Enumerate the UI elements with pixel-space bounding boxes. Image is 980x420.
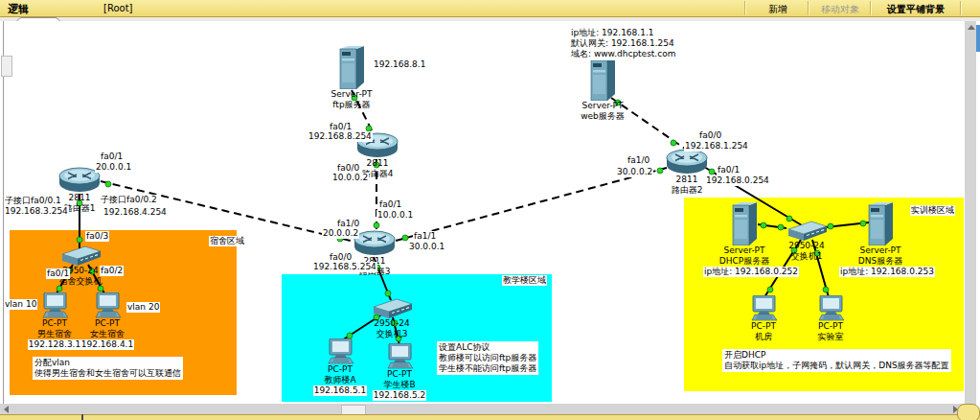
vlan-label: vlan 20 (126, 302, 160, 313)
port-ip-label: 30.0.0.2 (616, 167, 653, 177)
device-model-label: Server-PT (561, 101, 644, 111)
router-icon (666, 149, 708, 175)
note-line: 设置ALC协议 (439, 342, 536, 353)
device-name-label: 路由器2 (646, 185, 728, 196)
device-pc-girls[interactable]: PC-PT 女生宿舍 192.168.4.1 (66, 292, 148, 350)
device-model-label: Server-PT (310, 89, 393, 100)
device-switch3[interactable]: 2950-24 交换机3 (351, 298, 433, 339)
switch-icon (61, 245, 101, 266)
note-training: 开启DHCP 自动获取ip地址，子网掩码，默认网关，DNS服务器等配置 (722, 349, 951, 372)
port-label: fa1/0 (627, 155, 650, 166)
web-server-infobox: ip地址: 192.168.1.1 默认网关: 192.168.1.254 域名… (569, 27, 677, 60)
switch-icon (373, 298, 412, 318)
bottom-toolbar-divider (81, 414, 83, 420)
note-line: 学生楼不能访问ftp服务器 (439, 363, 536, 374)
region-title-dorm: 宿舍区域 (209, 236, 245, 246)
device-model-label: Server-PT (703, 245, 786, 256)
port-ip-label: 192.168.5.254 (312, 262, 377, 272)
device-name-label: 学生楼B (358, 380, 441, 390)
toolbar-separator (870, 1, 872, 15)
region-title-teaching: 教学楼区域 (502, 275, 547, 286)
bottom-toolbar-knob[interactable] (957, 404, 980, 420)
device-name-label: 实验室 (789, 332, 872, 342)
device-name-label: ftp服务器 (310, 100, 393, 110)
note-dorm: 分配vlan 使得男生宿舍和女生宿舍可以互联通信 (33, 357, 183, 380)
ip-label-dhcp: ip地址: 192.168.0.252 (703, 267, 799, 277)
router-icon (353, 230, 396, 256)
horizontal-scrollbar[interactable] (0, 404, 965, 414)
device-model-label: PC-PT (358, 369, 441, 380)
pc-icon (94, 292, 122, 318)
device-name-label: DHCP服务器 (703, 256, 786, 267)
port-label: fa0/1 (100, 152, 124, 162)
device-pc-lab[interactable]: PC-PT 实验室 (789, 295, 872, 342)
device-model-label: 2950-24 (351, 318, 433, 329)
topology-canvas[interactable]: Server-PT ftp服务器 192.168.8.1 ip地址: 192.1… (3, 21, 966, 404)
port-ip-label: 30.0.0.1 (408, 242, 445, 252)
packet-tracer-logical-workspace: 逻辑 [Root] 新增 移动对象 设置平铺背景 (0, 0, 980, 420)
device-model-label: PC-PT (66, 318, 148, 329)
port-label: fa0/3 (85, 231, 109, 242)
port-label: fa0/1 (46, 268, 70, 279)
port-label: 子接口fa0/0.2 (100, 195, 158, 205)
info-line: ip地址: 192.168.1.1 (571, 28, 675, 38)
scroll-left-icon[interactable] (4, 406, 9, 413)
port-label: fa0/1 (378, 199, 402, 210)
note-line: 开启DHCP (724, 350, 949, 361)
server-icon (732, 202, 758, 245)
port-ip-label: 192.168.1.254 (684, 141, 749, 152)
workspace-titlebar: 逻辑 [Root] 新增 移动对象 设置平铺背景 (0, 0, 980, 17)
toolbar-separator (808, 1, 809, 15)
switch-icon (787, 221, 827, 241)
info-line: 默认网关: 192.168.1.254 (571, 38, 675, 49)
new-cluster-button[interactable]: 新增 (749, 3, 807, 16)
move-object-button[interactable]: 移动对象 (810, 3, 870, 16)
ip-label-pc-girls: 192.168.4.1 (80, 339, 134, 350)
ip-label-ftp: 192.168.8.1 (373, 59, 426, 70)
port-ip-label: 20.0.0.2 (322, 228, 359, 239)
scroll-up-icon[interactable] (968, 25, 975, 30)
set-tiled-background-button[interactable]: 设置平铺背景 (873, 3, 959, 16)
port-label: fa0/0 (698, 130, 722, 141)
device-pc-student[interactable]: PC-PT 学生楼B 192.168.5.2 (358, 343, 441, 401)
server-icon (868, 202, 894, 245)
device-name-label: web服务器 (561, 111, 644, 122)
info-line: 域名: www.dhcptest.com (571, 49, 675, 59)
port-ip-label: 20.0.0.1 (95, 162, 132, 173)
toolbar-separator (744, 1, 746, 15)
toolbar-separator (960, 1, 962, 15)
device-dhcp-server[interactable]: Server-PT DHCP服务器 ip地址: 192.168.0.252 (703, 202, 786, 277)
vlan-label: vlan 10 (4, 299, 37, 310)
port-ip-label: 192.168.4.254 (103, 207, 168, 218)
port-label: fa0/1 (717, 165, 741, 175)
port-ip-label: 10.0.0.1 (376, 210, 414, 221)
device-model-label: Server-PT (839, 245, 922, 256)
region-title-training: 实训楼区域 (910, 205, 955, 216)
bottom-toolbar-edge (0, 414, 980, 420)
link-router3-router2[interactable] (396, 168, 667, 241)
device-ftp-server[interactable]: Server-PT ftp服务器 (310, 46, 393, 110)
pc-icon (817, 295, 845, 321)
port-ip-label: 192.168.8.254 (308, 131, 373, 142)
port-label: 子接口fa0/0.1 (4, 196, 62, 206)
device-name-label: DNS服务器 (839, 256, 922, 267)
port-label: fa0/2 (100, 266, 124, 276)
pc-icon (41, 292, 69, 318)
side-panel-edge (976, 25, 980, 52)
server-icon (590, 58, 616, 101)
device-web-server[interactable]: Server-PT web服务器 (561, 58, 644, 122)
note-teaching: 设置ALC协议 教师楼可以访问ftp服务器 学生楼不能访问ftp服务器 (437, 341, 538, 375)
root-breadcrumb[interactable]: [Root] (103, 3, 132, 13)
device-model-label: PC-PT (789, 321, 872, 332)
device-name-label: 女生宿舍 (66, 329, 148, 339)
server-icon (339, 46, 365, 89)
pc-icon (327, 338, 354, 364)
note-line: 使得男生宿舍和女生宿舍可以互联通信 (34, 368, 181, 379)
ip-label-pc-student: 192.168.5.2 (373, 390, 426, 401)
pc-icon (386, 343, 414, 369)
port-label: fa1/1 (413, 231, 437, 242)
port-ip-label: 10.0.0.2 (331, 173, 369, 183)
workspace-mode-label: 逻辑 (8, 2, 29, 16)
vertical-scrollbar[interactable] (965, 21, 976, 404)
ip-label-dns: ip地址: 192.168.0.253 (839, 267, 935, 277)
